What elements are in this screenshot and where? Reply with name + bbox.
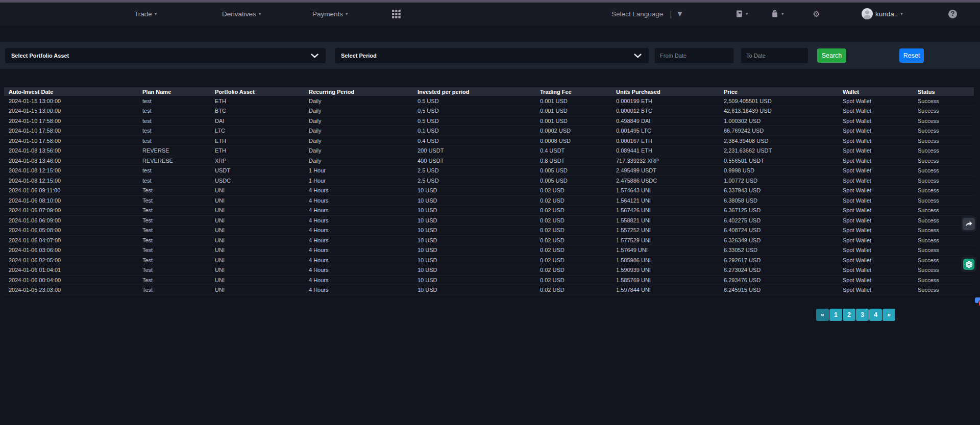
table-cell: Success (913, 176, 974, 186)
table-cell: Spot Wallet (838, 166, 913, 176)
nav-derivatives[interactable]: Derivatives ▾ (222, 3, 261, 25)
pagination-page-2[interactable]: 2 (843, 309, 855, 321)
table-cell: test (138, 106, 210, 116)
reset-button[interactable]: Reset (899, 48, 924, 63)
table-cell: 2024-01-06 01:04:01 (4, 265, 138, 276)
table-row: 2024-01-06 04:07:00TestUNI4 Hours10 USD0… (4, 235, 974, 245)
table-cell: Spot Wallet (838, 255, 913, 265)
settings-button[interactable]: ⚙ (813, 3, 820, 25)
table-cell: 2024-01-10 17:58:00 (4, 116, 138, 126)
table-cell: 2024-01-06 09:11:00 (4, 186, 138, 196)
chatgpt-icon (963, 259, 974, 270)
divider: | (670, 10, 672, 18)
table-cell: 4 Hours (304, 215, 413, 226)
table-cell: Daily (304, 116, 413, 126)
pagination-page-1[interactable]: 1 (829, 309, 842, 321)
table-cell: ETH (210, 146, 304, 156)
table-cell: UNI (210, 235, 304, 245)
pagination: « 1234 » (816, 309, 895, 321)
table-cell: Success (913, 166, 974, 176)
table-cell: 6.337943 USD (719, 186, 838, 196)
table-cell: Success (913, 146, 974, 156)
table-cell: USDT (210, 166, 304, 176)
table-cell: 0.0008 USD (535, 136, 611, 146)
table-row: 2024-01-08 12:15:00testUSDT1 Hour2.5 USD… (4, 166, 974, 176)
table-cell: 2024-01-06 07:09:00 (4, 206, 138, 216)
to-date-input[interactable] (741, 48, 808, 63)
table-cell: 0.02 USD (535, 265, 611, 276)
table-cell: 1.590939 UNI (611, 265, 719, 276)
from-date-input[interactable] (655, 48, 733, 63)
column-header: Price (719, 87, 838, 96)
table-cell: Spot Wallet (838, 265, 913, 276)
pagination-page-4[interactable]: 4 (869, 309, 882, 321)
table-cell: Daily (304, 146, 413, 156)
chatgpt-extension-button[interactable] (961, 257, 976, 272)
table-cell: UNI (210, 215, 304, 226)
table-cell: 2024-01-15 13:00:00 (4, 96, 138, 106)
assets-menu[interactable]: ▾ (771, 3, 784, 25)
table-cell: 6.293476 USD (719, 275, 838, 285)
table-row: 2024-01-10 17:58:00testETHDaily0.4 USD0.… (4, 136, 974, 146)
table-cell: Success (913, 245, 974, 256)
user-menu[interactable]: kunda.. ▾ (862, 3, 903, 25)
help-button[interactable]: ? (948, 3, 957, 25)
pagination-page-3[interactable]: 3 (856, 309, 869, 321)
table-cell: 717.339232 XRP (611, 156, 719, 166)
table-cell: 4 Hours (304, 265, 413, 276)
table-cell: Spot Wallet (838, 245, 913, 256)
table-cell: 0.5 USD (413, 96, 535, 106)
table-cell: 0.498849 DAI (611, 116, 719, 126)
search-button[interactable]: Search (817, 48, 846, 63)
table-cell: 0.02 USD (535, 235, 611, 245)
share-extension-button[interactable] (961, 216, 976, 232)
table-cell: Spot Wallet (838, 96, 913, 106)
table-row: 2024-01-06 05:08:00TestUNI4 Hours10 USD0… (4, 226, 974, 236)
portfolio-asset-select[interactable]: Select Portfolio Asset (5, 48, 326, 63)
orders-menu[interactable]: ▾ (735, 3, 748, 25)
pagination-next-button[interactable]: » (883, 309, 895, 321)
table-cell: 2,384.39408 USD (719, 136, 838, 146)
table-cell: 1.00772 USD (719, 176, 838, 186)
nav-derivatives-label: Derivatives (222, 10, 256, 18)
table-row: 2024-01-06 00:04:00TestUNI4 Hours10 USD0… (4, 275, 974, 285)
chevron-down-icon: ▾ (346, 12, 348, 16)
table-cell: 0.02 USD (535, 245, 611, 256)
gear-icon: ⚙ (813, 9, 820, 19)
language-selector[interactable]: Select Language | ▼ (611, 3, 682, 25)
pagination-prev-button[interactable]: « (816, 309, 829, 321)
table-cell: 10 USD (413, 235, 535, 245)
table-cell: 10 USD (413, 245, 535, 256)
table-cell: 2.495499 USDT (611, 166, 719, 176)
table-cell: test (138, 166, 210, 176)
table-cell: USDC (210, 176, 304, 186)
table-cell: UNI (210, 206, 304, 216)
table-cell: 2024-01-08 13:46:00 (4, 156, 138, 166)
period-select[interactable]: Select Period (335, 48, 649, 63)
table-row: 2024-01-06 09:11:00TestUNI4 Hours10 USD0… (4, 186, 974, 196)
table-cell: 4 Hours (304, 245, 413, 256)
nav-trade[interactable]: Trade ▾ (134, 3, 157, 25)
table-cell: 4 Hours (304, 206, 413, 216)
table-cell: UNI (210, 195, 304, 206)
table-cell: LTC (210, 126, 304, 136)
table-cell: Success (913, 106, 974, 116)
table-cell: 0.8 USDT (535, 156, 611, 166)
table-row: 2024-01-05 23:03:00TestUNI4 Hours10 USD0… (4, 285, 974, 295)
nav-payments[interactable]: Payments ▾ (312, 3, 348, 25)
table-cell: UNI (210, 255, 304, 265)
table-cell: 42,613.16439 USD (719, 106, 838, 116)
apps-grid-button[interactable] (392, 3, 401, 25)
table-cell: Test (138, 255, 210, 265)
table-cell: 10 USD (413, 226, 535, 236)
table-cell: 2024-01-06 08:10:00 (4, 195, 138, 206)
table-cell: 6.292617 USD (719, 255, 838, 265)
table-cell: 6.367125 USD (719, 206, 838, 216)
table-cell: 1 Hour (304, 166, 413, 176)
chevron-down-icon: ▾ (155, 12, 157, 16)
table-cell: test (138, 176, 210, 186)
table-cell: 0.5 USD (413, 116, 535, 126)
table-cell: Spot Wallet (838, 195, 913, 206)
table-cell: Daily (304, 106, 413, 116)
table-cell: 1.567426 UNI (611, 206, 719, 216)
